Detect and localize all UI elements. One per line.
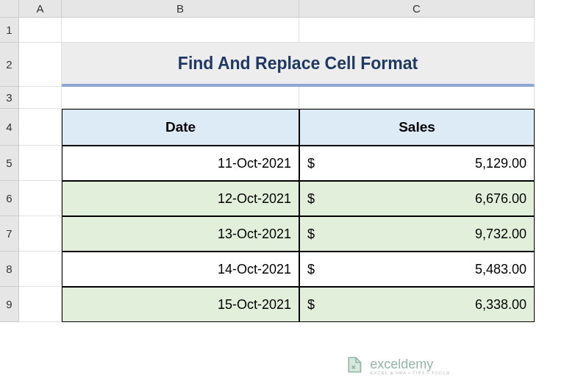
date-cell-2[interactable]: 13-Oct-2021 — [62, 216, 299, 252]
row-headers: 1 2 3 4 5 6 7 8 9 — [0, 18, 19, 322]
row-header-9[interactable]: 9 — [0, 287, 19, 322]
header-sales[interactable]: Sales — [299, 109, 535, 146]
title-cell[interactable]: Find And Replace Cell Format — [62, 43, 535, 87]
watermark-brand: exceldemy — [370, 357, 450, 371]
amount-value: 9,732.00 — [475, 227, 526, 242]
cell-a1[interactable] — [19, 18, 62, 43]
cell-a5[interactable] — [19, 146, 62, 181]
cell-c1[interactable] — [299, 18, 535, 43]
col-header-c[interactable]: C — [299, 0, 535, 18]
row-header-4[interactable]: 4 — [0, 109, 19, 146]
amount-value: 6,676.00 — [475, 191, 526, 207]
watermark-icon — [346, 355, 365, 377]
currency-symbol: $ — [307, 227, 315, 242]
column-headers: A B C — [19, 0, 535, 18]
cell-c3[interactable] — [299, 87, 535, 109]
cell-a3[interactable] — [19, 87, 62, 109]
row-header-6[interactable]: 6 — [0, 181, 19, 216]
currency-symbol: $ — [307, 191, 315, 207]
cell-a2[interactable] — [19, 43, 62, 87]
sales-cell-1[interactable]: $ 6,676.00 — [299, 181, 535, 216]
col-header-a[interactable]: A — [19, 0, 62, 18]
col-header-b[interactable]: B — [62, 0, 299, 18]
row-header-2[interactable]: 2 — [0, 43, 19, 87]
row-header-1[interactable]: 1 — [0, 18, 19, 43]
row-header-3[interactable]: 3 — [0, 87, 19, 109]
cell-b3[interactable] — [62, 87, 299, 109]
select-all-corner[interactable] — [0, 0, 19, 18]
sales-cell-2[interactable]: $ 9,732.00 — [299, 216, 535, 252]
amount-value: 6,338.00 — [475, 297, 526, 313]
sales-cell-0[interactable]: $ 5,129.00 — [299, 146, 535, 181]
row-header-8[interactable]: 8 — [0, 252, 19, 287]
header-date[interactable]: Date — [62, 109, 299, 146]
sales-cell-3[interactable]: $ 5,483.00 — [299, 252, 535, 287]
row-header-7[interactable]: 7 — [0, 216, 19, 252]
cell-b1[interactable] — [62, 18, 299, 43]
cell-a8[interactable] — [19, 252, 62, 287]
spreadsheet-content: Find And Replace Cell Format Date Sales … — [19, 18, 535, 322]
currency-symbol: $ — [307, 156, 315, 171]
currency-symbol: $ — [307, 297, 315, 313]
watermark: exceldemy EXCEL & VBA • TIPS • TOOLS — [346, 355, 450, 377]
sales-cell-4[interactable]: $ 6,338.00 — [299, 287, 535, 322]
cell-a6[interactable] — [19, 181, 62, 216]
amount-value: 5,129.00 — [475, 156, 526, 171]
date-cell-3[interactable]: 14-Oct-2021 — [62, 252, 299, 287]
amount-value: 5,483.00 — [475, 262, 526, 277]
cell-a9[interactable] — [19, 287, 62, 322]
date-cell-0[interactable]: 11-Oct-2021 — [62, 146, 299, 181]
watermark-tagline: EXCEL & VBA • TIPS • TOOLS — [370, 371, 450, 375]
cell-a7[interactable] — [19, 216, 62, 252]
cell-a4[interactable] — [19, 109, 62, 146]
currency-symbol: $ — [307, 262, 315, 277]
row-header-5[interactable]: 5 — [0, 146, 19, 181]
date-cell-1[interactable]: 12-Oct-2021 — [62, 181, 299, 216]
date-cell-4[interactable]: 15-Oct-2021 — [62, 287, 299, 322]
